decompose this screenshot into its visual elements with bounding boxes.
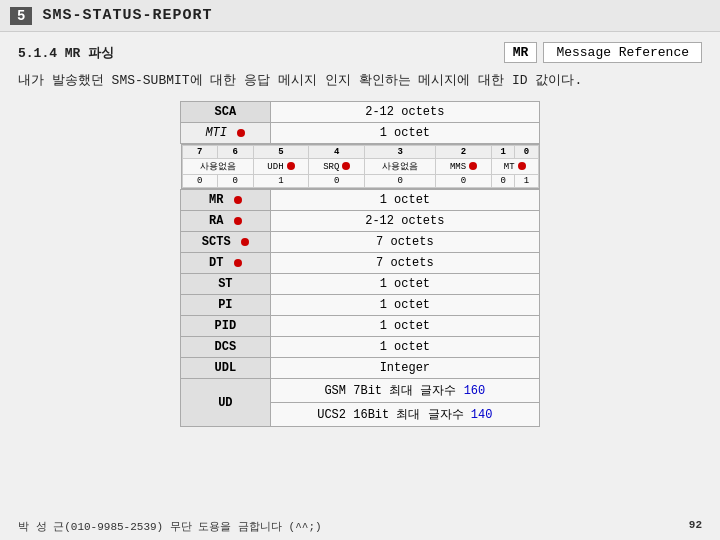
bv1: 0: [218, 175, 254, 188]
bit-label-row: 사용없음 UDH SRQ 사용없음 MMS MT: [182, 159, 538, 175]
mr-row: MR 1 octet: [181, 190, 540, 211]
footer-contact: 박 성 근(010-9985-2539) 무단 도용을 금합니다 (^^;): [18, 519, 322, 534]
ud-value-2: UCS2 16Bit 최대 글자수 140: [270, 403, 539, 427]
bit-h2: 2: [436, 146, 492, 159]
header-bar: 5 SMS-STATUS-REPORT: [0, 0, 720, 32]
sms-structure-table: SCA 2-12 octets MTI 1 octet 7 6 5: [180, 101, 540, 427]
bit-unused2: 사용없음: [365, 159, 436, 175]
pi-value: 1 octet: [270, 295, 539, 316]
bit-table-cell: 7 6 5 4 3 2 1 0 사용없음 UDH: [181, 144, 540, 190]
mt-dot: [518, 162, 526, 170]
bit-h6: 6: [218, 146, 254, 159]
mti-value: 1 octet: [270, 123, 539, 144]
ud-highlight-2: 140: [471, 408, 493, 422]
udl-value: Integer: [270, 358, 539, 379]
dt-row: DT 7 octets: [181, 253, 540, 274]
mr-label: MR: [181, 190, 271, 211]
bv3: 0: [309, 175, 365, 188]
main-content: 5.1.4 MR 파싱 MR Message Reference 내가 발송했던…: [0, 32, 720, 437]
bit-srq: SRQ: [309, 159, 365, 175]
mr-dot: [234, 196, 242, 204]
section-title: 5.1.4 MR 파싱: [18, 44, 504, 62]
description-text: 내가 발송했던 SMS-SUBMIT에 대한 응답 메시지 인지 확인하는 메시…: [18, 71, 702, 89]
bit-table-wrapper: 7 6 5 4 3 2 1 0 사용없음 UDH: [181, 144, 540, 189]
dcs-label: DCS: [181, 337, 271, 358]
scts-dot: [241, 238, 249, 246]
pid-row: PID 1 octet: [181, 316, 540, 337]
scts-value: 7 octets: [270, 232, 539, 253]
ud-label: UD: [181, 379, 271, 427]
bit-h1: 1: [491, 146, 514, 159]
bv4: 0: [365, 175, 436, 188]
bit-h7: 7: [182, 146, 218, 159]
udh-dot: [287, 162, 295, 170]
pid-label: PID: [181, 316, 271, 337]
bit-value-row: 0 0 1 0 0 0 0 1: [182, 175, 538, 188]
bit-inner-table: 7 6 5 4 3 2 1 0 사용없음 UDH: [182, 145, 539, 188]
ra-label: RA: [181, 211, 271, 232]
pi-label: PI: [181, 295, 271, 316]
udl-row: UDL Integer: [181, 358, 540, 379]
ud-highlight-1: 160: [464, 384, 486, 398]
mr-description: Message Reference: [543, 42, 702, 63]
bv7: 1: [515, 175, 538, 188]
ud-row-1: UD GSM 7Bit 최대 글자수 160: [181, 379, 540, 403]
dcs-value: 1 octet: [270, 337, 539, 358]
bv2: 1: [253, 175, 309, 188]
bit-mms: MMS: [436, 159, 492, 175]
slide-number: 5: [10, 7, 32, 25]
bv0: 0: [182, 175, 218, 188]
ud-value-1: GSM 7Bit 최대 글자수 160: [270, 379, 539, 403]
pi-row: PI 1 octet: [181, 295, 540, 316]
bit-udh: UDH: [253, 159, 309, 175]
sca-label: SCA: [181, 102, 271, 123]
mti-label: MTI: [181, 123, 271, 144]
slide-title: SMS-STATUS-REPORT: [42, 7, 212, 24]
section-header-row: 5.1.4 MR 파싱 MR Message Reference: [18, 42, 702, 63]
dt-label: DT: [181, 253, 271, 274]
mms-dot: [469, 162, 477, 170]
scts-label: SCTS: [181, 232, 271, 253]
udl-label: UDL: [181, 358, 271, 379]
footer: 박 성 근(010-9985-2539) 무단 도용을 금합니다 (^^;) 9…: [0, 519, 720, 534]
scts-row: SCTS 7 octets: [181, 232, 540, 253]
bit-h3: 3: [365, 146, 436, 159]
st-label: ST: [181, 274, 271, 295]
bit-header-row: 7 6 5 4 3 2 1 0: [182, 146, 538, 159]
table-container: SCA 2-12 octets MTI 1 octet 7 6 5: [180, 101, 540, 427]
dt-dot: [234, 259, 242, 267]
st-row: ST 1 octet: [181, 274, 540, 295]
bit-h0: 0: [515, 146, 538, 159]
mr-value: 1 octet: [270, 190, 539, 211]
srq-dot: [342, 162, 350, 170]
pid-value: 1 octet: [270, 316, 539, 337]
bit-mt: MT: [491, 159, 538, 175]
ra-row: RA 2-12 octets: [181, 211, 540, 232]
mti-row: MTI 1 octet: [181, 123, 540, 144]
dt-value: 7 octets: [270, 253, 539, 274]
dcs-row: DCS 1 octet: [181, 337, 540, 358]
mti-dot: [237, 129, 245, 137]
st-value: 1 octet: [270, 274, 539, 295]
bit-h4: 4: [309, 146, 365, 159]
ra-dot: [234, 217, 242, 225]
sca-value: 2-12 octets: [270, 102, 539, 123]
mr-badge: MR: [504, 42, 538, 63]
footer-page: 92: [689, 519, 702, 534]
bit-h5: 5: [253, 146, 309, 159]
bv5: 0: [436, 175, 492, 188]
sca-row: SCA 2-12 octets: [181, 102, 540, 123]
bv6: 0: [491, 175, 514, 188]
ra-value: 2-12 octets: [270, 211, 539, 232]
bit-table-row: 7 6 5 4 3 2 1 0 사용없음 UDH: [181, 144, 540, 190]
bit-unused1: 사용없음: [182, 159, 253, 175]
